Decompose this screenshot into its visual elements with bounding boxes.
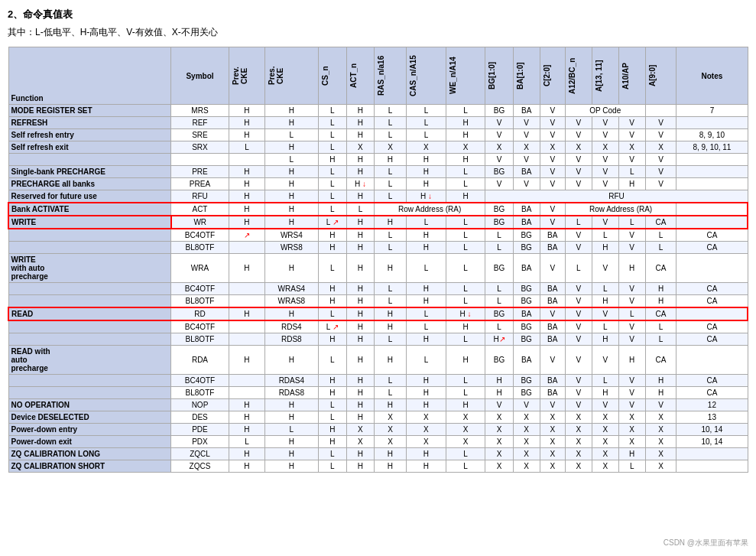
cell-ras: L [374, 178, 406, 190]
cell-a10: V [618, 333, 645, 346]
cell-cas: L [407, 117, 446, 129]
cell-ba: BA [513, 203, 540, 216]
table-row: REFRESHREFHHLHLLHVVVVVVV [8, 117, 748, 129]
table-row: BL8OTFRDS8HHLHLH↗BGBAVHVLCA [8, 333, 748, 346]
cell-c: V [540, 307, 565, 320]
cell-bg: L [485, 229, 513, 242]
cell-cas: H [407, 399, 446, 411]
cell-ras: Row Address (RA) [374, 203, 485, 216]
cell-cs_n: L [318, 117, 346, 129]
cell-we: L [446, 178, 485, 190]
table-row: Reserved for future useRFUHHLHLH ↓HRFU [8, 190, 748, 203]
cell-bg: BG [485, 166, 513, 178]
cell-a12: V [565, 307, 592, 320]
header-ras: RAS_n/a16 [374, 47, 406, 105]
cell-ba: BA [513, 166, 540, 178]
cell-cs_n: H [318, 375, 346, 387]
cell-cs_n: H [318, 424, 346, 436]
cell-pres_cke: L [265, 424, 318, 436]
cell-ba: X [513, 141, 540, 154]
cell-bg: X [485, 460, 513, 473]
cell-notes: 13 [677, 411, 748, 424]
cell-act_n: H [346, 375, 374, 387]
table-row: Single-bank PRECHARGEPREHHLHLHLBGBAVVVLV [8, 166, 748, 178]
cell-act_n: H [346, 333, 374, 346]
cell-a9 [645, 105, 677, 117]
cell-cs_n: L [318, 105, 346, 117]
cell-prev_cke [229, 333, 264, 346]
cell-notes: 8, 9, 10 [677, 129, 748, 141]
cell-a9: L [645, 333, 677, 346]
table-row: ZQ CALIBRATION SHORTZQCSHHLHHHLXXXXXLX [8, 460, 748, 473]
cell-bg: BG [485, 105, 513, 117]
cell-pres_cke: L [265, 154, 318, 166]
cell-symbol: RD [171, 307, 229, 320]
cell-function [8, 320, 171, 333]
cell-function: NO OPERATION [8, 399, 171, 411]
cell-we: L [446, 448, 485, 460]
cell-a10: V [618, 295, 645, 308]
cell-pres_cke: WRS4 [265, 229, 318, 242]
cell-a13: X [592, 436, 618, 448]
header-prev-cke: Prev.CKE [229, 47, 264, 105]
cell-a9: L [645, 320, 677, 333]
cell-prev_cke [229, 295, 264, 308]
cell-a9: X [645, 460, 677, 473]
header-act-n: ACT_n [346, 47, 374, 105]
header-a13: A[13, 11] [592, 47, 618, 105]
cell-a10: V [618, 399, 645, 411]
cell-notes: 7 [677, 105, 748, 117]
cell-function: Bank ACTIVATE [8, 203, 171, 216]
cell-a9: X [645, 141, 677, 154]
cell-ba: X [513, 460, 540, 473]
cell-ba: BG [513, 320, 540, 333]
cell-ras: L [374, 333, 406, 346]
cell-notes [677, 448, 748, 460]
cell-prev_cke: H [229, 190, 264, 203]
cell-bg: X [485, 411, 513, 424]
cell-a13: L [592, 320, 618, 333]
header-we: WE_n/A14 [446, 47, 485, 105]
cell-act_n: H [346, 387, 374, 399]
cell-bg: L [485, 283, 513, 295]
cell-symbol: BL8OTF [171, 295, 229, 308]
cell-bg: RFU [485, 190, 748, 203]
cell-notes: 10, 14 [677, 424, 748, 436]
header-a9: A[9:0] [645, 47, 677, 105]
cell-a13: V [592, 399, 618, 411]
cell-a13: H [592, 295, 618, 308]
cell-bg: L [485, 295, 513, 308]
cell-function: Single-bank PRECHARGE [8, 166, 171, 178]
cell-a9: V [645, 399, 677, 411]
cell-a9: CA [645, 216, 677, 229]
cell-prev_cke: H [229, 254, 264, 283]
cell-symbol: BC4OTF [171, 283, 229, 295]
cell-notes: 12 [677, 399, 748, 411]
cell-function: Power-down entry [8, 424, 171, 436]
cell-prev_cke: H [229, 166, 264, 178]
cell-pres_cke: RDAS4 [265, 375, 318, 387]
cell-act_n: X [346, 436, 374, 448]
cell-symbol: ZQCL [171, 448, 229, 460]
cell-a10: L [618, 460, 645, 473]
cell-prev_cke: H [229, 307, 264, 320]
cell-bg: X [485, 141, 513, 154]
cell-prev_cke [229, 242, 264, 254]
cell-pres_cke: H [265, 436, 318, 448]
cell-cs_n: H [318, 387, 346, 399]
cell-bg: X [485, 424, 513, 436]
cell-we: H [446, 190, 485, 203]
cell-a9: V [645, 129, 677, 141]
cell-ba: BG [513, 333, 540, 346]
cell-a13: H [592, 387, 618, 399]
cell-notes [677, 166, 748, 178]
cell-ras: H [374, 448, 406, 460]
cell-ras: H [374, 254, 406, 283]
cell-ras: H [374, 307, 406, 320]
cell-a9: X [645, 448, 677, 460]
cell-a13: V [592, 307, 618, 320]
cell-symbol: RFU [171, 190, 229, 203]
cell-a9: L [645, 242, 677, 254]
table-row: Power-down entryPDEHLHXXXXXXXXXXX10, 14 [8, 424, 748, 436]
cell-notes [677, 216, 748, 229]
